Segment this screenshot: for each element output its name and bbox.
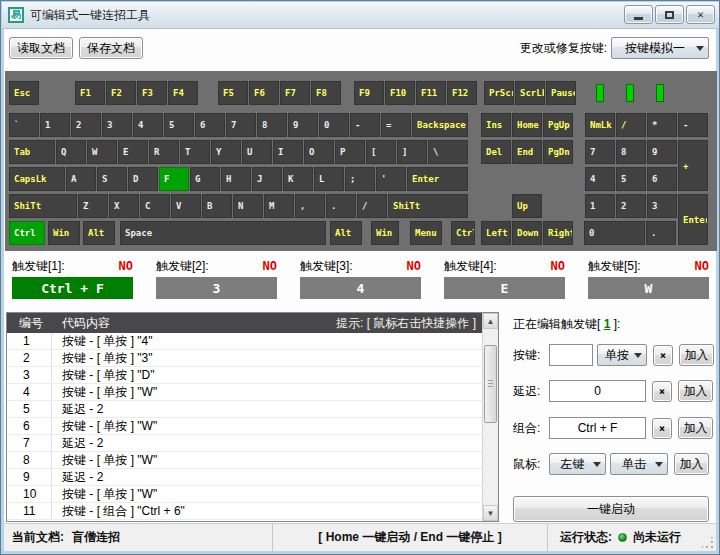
key-.[interactable]: . (326, 194, 356, 218)
key-5[interactable]: 5 (164, 113, 194, 137)
key-4[interactable]: 4 (585, 167, 615, 191)
key-3[interactable]: 3 (647, 194, 677, 218)
key-End[interactable]: End (512, 140, 542, 164)
key-F10[interactable]: F10 (385, 81, 415, 105)
key--[interactable]: - (350, 113, 380, 137)
key-Backspace[interactable]: Backspace (412, 113, 468, 137)
key-Q[interactable]: Q (56, 140, 86, 164)
key-W[interactable]: W (87, 140, 117, 164)
key-A[interactable]: A (66, 167, 96, 191)
delay-clear-button[interactable]: × (652, 381, 672, 402)
key-3[interactable]: 3 (102, 113, 132, 137)
table-row[interactable]: 4按键 - [ 单按 ] "W" (7, 384, 482, 401)
key-F6[interactable]: F6 (249, 81, 279, 105)
key-F12[interactable]: F12 (447, 81, 477, 105)
key-.[interactable]: . (646, 221, 676, 245)
key-C[interactable]: C (140, 194, 170, 218)
scroll-down-icon[interactable]: ▼ (483, 505, 498, 521)
key-ShiTt[interactable]: ShiTt (9, 194, 77, 218)
key-ShiTt[interactable]: ShiTt (388, 194, 468, 218)
key-NmLk[interactable]: NmLk (585, 113, 615, 137)
key-Enter[interactable]: Enter (678, 194, 708, 245)
key-'[interactable]: ' (376, 167, 406, 191)
key-H[interactable]: H (221, 167, 251, 191)
key-7[interactable]: 7 (226, 113, 256, 137)
table-row[interactable]: 8按键 - [ 单按 ] "W" (7, 452, 482, 469)
combo-input[interactable] (549, 417, 646, 439)
table-row[interactable]: 11按键 - [ 组合 ] "Ctrl + 6" (7, 503, 482, 520)
key-F11[interactable]: F11 (416, 81, 446, 105)
key-Alt[interactable]: Alt (83, 221, 115, 245)
key-[[interactable]: [ (366, 140, 396, 164)
table-row[interactable]: 5延迟 - 2 (7, 401, 482, 418)
key-mode-combo[interactable]: 单按 (597, 344, 647, 366)
key-Win[interactable]: Win (48, 221, 80, 245)
key--[interactable]: - (678, 113, 708, 137)
key-9[interactable]: 9 (647, 140, 677, 164)
table-row[interactable]: 1按键 - [ 单按 ] "4" (7, 333, 482, 350)
key-F[interactable]: F (159, 167, 189, 191)
key-F7[interactable]: F7 (280, 81, 310, 105)
key-,[interactable]: , (295, 194, 325, 218)
launch-button[interactable]: 一键启动 (513, 496, 709, 522)
key-clear-button[interactable]: × (653, 345, 673, 366)
resize-grip[interactable] (702, 537, 714, 549)
key-Space[interactable]: Space (120, 221, 326, 245)
key-Win[interactable]: Win (371, 221, 399, 245)
key-PrScr[interactable]: PrScr (484, 81, 514, 105)
key-Ctrl[interactable]: Ctrl (451, 221, 475, 245)
key-F4[interactable]: F4 (168, 81, 198, 105)
key-Tab[interactable]: Tab (9, 140, 55, 164)
key-R[interactable]: R (149, 140, 179, 164)
mouse-button-combo[interactable]: 左键 (549, 453, 606, 475)
key-G[interactable]: G (190, 167, 220, 191)
trigger-value-box[interactable]: 3 (156, 277, 277, 299)
read-doc-button[interactable]: 读取文档 (9, 37, 73, 59)
table-row[interactable]: 10按键 - [ 单按 ] "W" (7, 486, 482, 503)
key-V[interactable]: V (171, 194, 201, 218)
minimize-button[interactable] (624, 5, 653, 24)
key-1[interactable]: 1 (40, 113, 70, 137)
key-Right[interactable]: Right (543, 221, 573, 245)
key-ScrLk[interactable]: ScrLk (515, 81, 545, 105)
key-Up[interactable]: Up (512, 194, 542, 218)
key-F2[interactable]: F2 (106, 81, 136, 105)
key-I[interactable]: I (273, 140, 303, 164)
key-\[interactable]: \ (428, 140, 468, 164)
key-9[interactable]: 9 (288, 113, 318, 137)
key-D[interactable]: D (128, 167, 158, 191)
trigger-value-box[interactable]: Ctrl + F (12, 277, 133, 299)
scroll-up-icon[interactable]: ▲ (483, 313, 498, 329)
key-J[interactable]: J (252, 167, 282, 191)
key-0[interactable]: 0 (584, 221, 645, 245)
key-K[interactable]: K (283, 167, 313, 191)
scrollbar-thumb[interactable] (484, 345, 497, 423)
key-Del[interactable]: Del (481, 140, 511, 164)
key-+[interactable]: + (678, 140, 708, 191)
key-O[interactable]: O (304, 140, 334, 164)
key-*[interactable]: * (647, 113, 677, 137)
key-8[interactable]: 8 (257, 113, 287, 137)
key-F9[interactable]: F9 (354, 81, 384, 105)
maximize-button[interactable] (655, 5, 684, 24)
key-F5[interactable]: F5 (218, 81, 248, 105)
delay-input[interactable] (549, 380, 646, 402)
key-Pause[interactable]: Pause (546, 81, 576, 105)
close-button[interactable]: ✕ (686, 5, 715, 24)
table-row[interactable]: 3按键 - [ 单按 ] "D" (7, 367, 482, 384)
key-6[interactable]: 6 (195, 113, 225, 137)
key-5[interactable]: 5 (616, 167, 646, 191)
key-Down[interactable]: Down (512, 221, 542, 245)
key-input[interactable] (549, 344, 593, 366)
key-P[interactable]: P (335, 140, 365, 164)
key-F1[interactable]: F1 (75, 81, 105, 105)
key-add-button[interactable]: 加入 (679, 344, 714, 366)
key-Ins[interactable]: Ins (481, 113, 511, 137)
table-row[interactable]: 7延迟 - 2 (7, 435, 482, 452)
key-/[interactable]: / (357, 194, 387, 218)
table-row[interactable]: 2按键 - [ 单按 ] "3" (7, 350, 482, 367)
key-U[interactable]: U (242, 140, 272, 164)
key-simulation-select[interactable]: 按键模拟一 (611, 37, 709, 59)
key-Y[interactable]: Y (211, 140, 241, 164)
key-Menu[interactable]: Menu (410, 221, 442, 245)
